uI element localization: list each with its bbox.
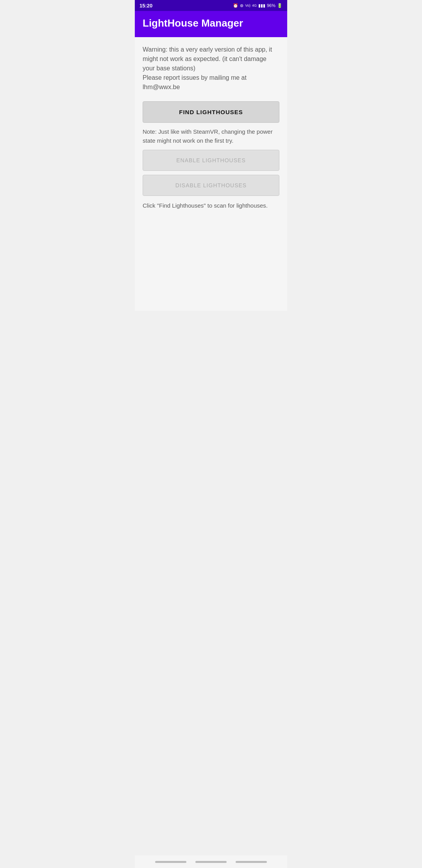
app-title: LightHouse Manager xyxy=(143,17,243,29)
4g-icon: 4G xyxy=(252,4,257,7)
app-bar: LightHouse Manager xyxy=(135,11,287,37)
warning-message: Warning: this a very early version of th… xyxy=(143,45,279,92)
disable-lighthouses-button[interactable]: DISABLE LIGHTHOUSES xyxy=(143,175,279,196)
enable-lighthouses-button[interactable]: ENABLE LIGHTHOUSES xyxy=(143,150,279,171)
battery-percentage: 96% xyxy=(267,3,275,8)
note-message: Note: Just like with SteamVR, changing t… xyxy=(143,127,279,145)
volte-icon: Vo) xyxy=(245,4,250,7)
status-icons: ⏰ ⊛ Vo) 4G ▮▮▮ 96% 🔋 xyxy=(233,3,283,8)
status-time: 15:20 xyxy=(139,3,152,9)
battery-icon: 🔋 xyxy=(277,3,283,8)
bluetooth-icon: ⊛ xyxy=(240,3,243,8)
alarm-icon: ⏰ xyxy=(233,3,238,8)
main-content: Warning: this a very early version of th… xyxy=(135,37,287,311)
status-hint: Click "Find Lighthouses" to scan for lig… xyxy=(143,201,279,210)
status-bar: 15:20 ⏰ ⊛ Vo) 4G ▮▮▮ 96% 🔋 xyxy=(135,0,287,11)
signal-icon: ▮▮▮ xyxy=(258,3,265,8)
find-lighthouses-button[interactable]: FIND LIGHTHOUSES xyxy=(143,101,279,123)
